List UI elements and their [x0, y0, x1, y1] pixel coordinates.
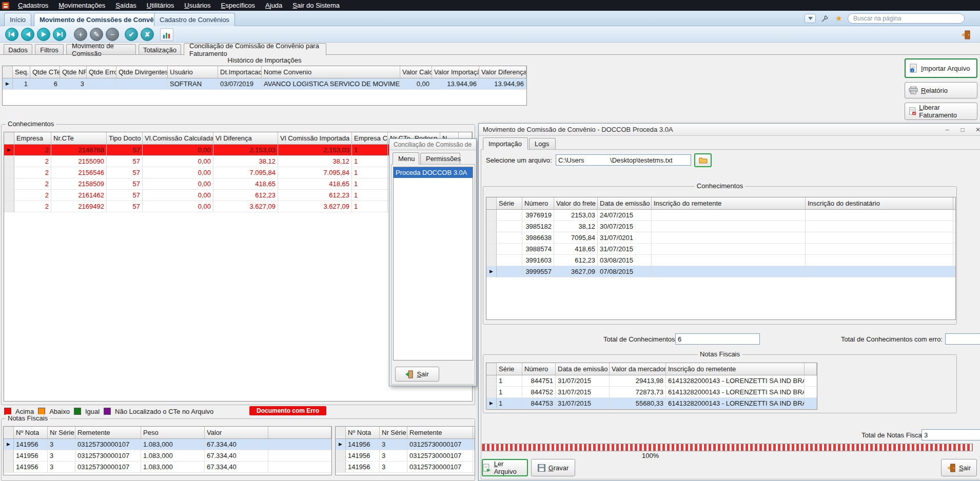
legend-abaixo-swatch — [38, 408, 45, 415]
subtab-filtros[interactable]: Filtros — [35, 44, 64, 55]
doccob-import-dialog: Movimento de Comissão de Convênio - DOCC… — [478, 123, 980, 481]
menu-item-usuarios[interactable]: Usuários — [180, 1, 215, 10]
total-erro-input[interactable] — [945, 333, 980, 345]
historico-grid: Seq.Qtde CTeQtde NFQtde ErroQtde Divirge… — [2, 66, 527, 106]
tab-menu[interactable]: Menu — [393, 152, 419, 165]
window-controls: – □ ✕ — [939, 124, 980, 136]
maximize-icon[interactable]: □ — [955, 124, 970, 136]
table-row[interactable]: 39769192153,0324/07/2015 — [486, 210, 955, 221]
browse-file-button[interactable] — [694, 153, 712, 167]
importar-arquivo-button[interactable]: i Importar Arquivo — [905, 58, 977, 78]
app-window: Cadastros Movimentações Saídas Utilitári… — [0, 0, 980, 481]
sair-dialog-button[interactable]: Sair — [941, 459, 977, 476]
tab-logs[interactable]: Logs — [529, 138, 556, 149]
file-path-input[interactable] — [556, 154, 691, 166]
door-exit-icon — [962, 30, 971, 39]
exit-system-button[interactable] — [959, 28, 973, 41]
table-row[interactable]: 141956303125730000107 — [336, 450, 475, 462]
import-file-icon: i — [909, 64, 918, 73]
menu-item-cadastros[interactable]: Cadastros — [13, 1, 53, 10]
table-row[interactable]: 3991603612,2303/08/2015 — [486, 255, 955, 266]
menu-item-especificos[interactable]: Específicos — [217, 1, 260, 10]
documento-com-erro-badge: Documento com Erro — [249, 406, 326, 415]
tools-icon[interactable] — [819, 14, 830, 23]
table-row[interactable]: 39866387095,8431/07/0201 — [486, 232, 955, 244]
edit-button[interactable]: ✎ — [90, 28, 103, 41]
table-row[interactable]: 184475231/07/201572873,7361413282000143 … — [486, 387, 817, 398]
plus-icon: + — [79, 30, 83, 38]
ler-arquivo-button[interactable]: Ler Arquivo — [482, 459, 528, 476]
tab-permissoes[interactable]: Permissões — [420, 153, 460, 164]
grid-header-row: SérieNúmeroValor do freteData de emissão… — [486, 197, 955, 210]
menu-item-saidas[interactable]: Saídas — [111, 1, 141, 10]
dialog-titlebar[interactable]: Movimento de Comissão de Convênio - DOCC… — [479, 124, 980, 136]
tab-inicio[interactable]: Início — [4, 13, 31, 26]
tab-importacao[interactable]: Importação — [483, 137, 528, 150]
total-notas-input[interactable] — [922, 429, 980, 440]
subtab-totalizacao[interactable]: Totalização — [139, 44, 181, 55]
table-row[interactable]: ▶141956303125730000107 — [336, 439, 475, 450]
delete-button[interactable]: − — [106, 28, 119, 41]
nav-last-button[interactable] — [53, 28, 66, 41]
close-icon[interactable]: ✕ — [970, 124, 980, 136]
liberar-faturamento-button[interactable]: Liberar Faturamento — [905, 103, 977, 120]
table-row[interactable]: 1419563031257300001071.083,00067.334,40 — [4, 450, 331, 462]
relatorio-label: Relatório — [921, 87, 948, 94]
legend-abaixo-label: Abaixo — [49, 408, 70, 415]
table-row[interactable]: 1419563031257300001071.083,00067.334,40 — [4, 462, 331, 473]
minimize-icon[interactable]: – — [939, 124, 955, 136]
notas-fiscais-left-grid: Nº NotaNr SérieRemetentePesoValor▶141956… — [3, 426, 332, 475]
star-icon[interactable]: ★ — [833, 14, 845, 23]
table-row[interactable]: 184475131/07/201529413,9861413282000143 … — [486, 375, 817, 387]
dialog-title: Movimento de Comissão de Convênio - DOCC… — [483, 126, 673, 133]
grid-header-row: Nº NotaNr SérieRemetente — [336, 427, 475, 439]
chevron-down-icon[interactable] — [805, 14, 816, 23]
dialog-conhecimentos-title: Conhecimentos — [695, 182, 745, 190]
insert-button[interactable]: + — [74, 28, 87, 41]
subtab-label: Filtros — [40, 46, 58, 54]
sair-menu-button[interactable]: Sair — [395, 367, 439, 382]
legend-nao-localizado-label: Não Localizado o CTe no Arquivo — [115, 408, 213, 415]
notas-fiscais-right-grid: Nº NotaNr SérieRemetente▶141956303125730… — [335, 426, 475, 475]
subtab-conciliacao[interactable]: Conciliação de Comissão de Convênio para… — [184, 43, 326, 55]
table-row[interactable]: ▶184475331/07/201555680,3361413282000143… — [486, 398, 817, 409]
nav-first-button[interactable] — [5, 28, 18, 41]
grid-header-row: Nº NotaNr SérieRemetentePesoValor — [4, 427, 331, 439]
chart-button[interactable] — [160, 28, 173, 41]
subtab-dados[interactable]: Dados — [4, 44, 32, 55]
prior-record-icon — [26, 32, 30, 37]
tab-label: Cadastro de Convênios — [160, 16, 229, 24]
dialog-titlebar[interactable]: Conciliação de Comissão de Co — [389, 139, 476, 150]
door-exit-icon — [947, 464, 956, 472]
subtab-label: Dados — [8, 46, 28, 54]
relatorio-button[interactable]: Relatório — [905, 82, 977, 98]
table-row[interactable]: 3988574418,6531/07/2015 — [486, 244, 955, 255]
cancel-button[interactable]: ✘ — [141, 28, 154, 41]
subtab-movimento-comissao[interactable]: Movimento de Comissão — [66, 44, 136, 55]
table-row[interactable]: ▶163SOFTRAN03/07/2019AVANCO LOGISTICA SE… — [3, 78, 526, 90]
release-document-icon — [909, 107, 916, 116]
list-item-proceda-doccob[interactable]: Proceda DOCCOB 3.0A — [394, 167, 473, 178]
menu-item-utilitarios[interactable]: Utilitários — [142, 1, 179, 10]
menu-item-ajuda[interactable]: Ajuda — [261, 1, 287, 10]
table-row[interactable]: 398518238,1230/07/2015 — [486, 221, 955, 232]
menu-item-sair-do-sistema[interactable]: Sair do Sistema — [288, 1, 344, 10]
dialog-title: Conciliação de Comissão de Co — [394, 141, 472, 148]
total-conhecimentos-input[interactable] — [675, 333, 760, 345]
nav-prior-button[interactable] — [21, 28, 34, 41]
import-progress-bar — [482, 444, 973, 451]
tab-label: Logs — [535, 140, 549, 148]
menu-item-movimentacoes[interactable]: Movimentações — [54, 1, 110, 10]
search-input[interactable] — [848, 13, 965, 24]
table-row[interactable]: ▶39995573627,0907/08/2015 — [486, 266, 955, 277]
total-erro-label: Total de Conhecimentos com erro: — [841, 335, 943, 343]
tab-label: Início — [10, 16, 26, 24]
door-exit-icon — [405, 370, 414, 378]
confirm-button[interactable]: ✔ — [125, 28, 138, 41]
tab-cadastro-convenios[interactable]: Cadastro de Convênios — [154, 13, 235, 26]
tab-bar: Início Movimento de Comissões de Convêni… — [0, 11, 980, 26]
table-row[interactable]: ▶1419563031257300001071.083,00067.334,40 — [4, 439, 331, 450]
gravar-button[interactable]: Gravar — [531, 459, 575, 476]
nav-next-button[interactable] — [37, 28, 50, 41]
table-row[interactable]: 141956303125730000107 — [336, 462, 475, 473]
